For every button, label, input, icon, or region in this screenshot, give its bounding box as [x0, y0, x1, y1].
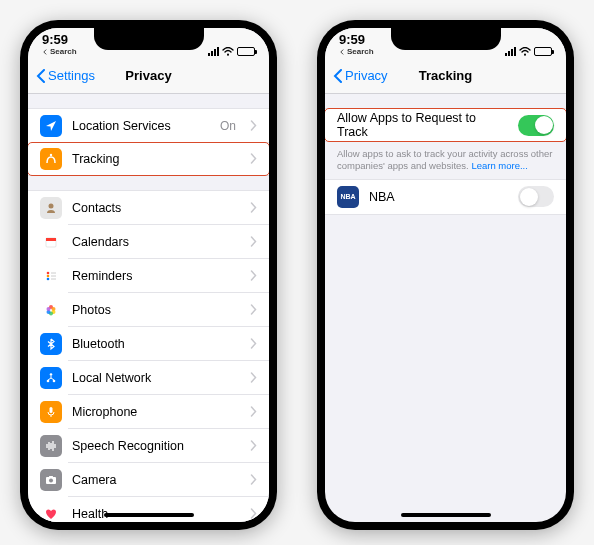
- wifi-icon: [519, 47, 531, 56]
- tracking-icon: [40, 148, 62, 170]
- row-label: Tracking: [72, 152, 240, 166]
- settings-row-bluetooth[interactable]: Bluetooth: [28, 327, 269, 361]
- svg-point-17: [50, 373, 53, 376]
- svg-point-22: [49, 479, 53, 483]
- svg-point-2: [49, 204, 54, 209]
- battery-icon: [534, 47, 552, 56]
- notch: [391, 28, 501, 50]
- row-label: Location Services: [72, 119, 210, 133]
- settings-row-microphone[interactable]: Microphone: [28, 395, 269, 429]
- chevron-right-icon: [250, 199, 257, 217]
- svg-point-7: [47, 278, 50, 281]
- back-label: Privacy: [345, 68, 388, 83]
- svg-point-19: [53, 380, 56, 383]
- svg-rect-23: [49, 476, 53, 478]
- back-button[interactable]: Settings: [36, 68, 95, 83]
- settings-row-contacts[interactable]: Contacts: [28, 191, 269, 225]
- status-time: 9:59: [339, 32, 365, 47]
- svg-point-6: [47, 275, 50, 278]
- svg-point-26: [524, 54, 526, 56]
- chevron-right-icon: [250, 150, 257, 168]
- settings-group-2: Contacts Calendars Reminders Photos Blue…: [28, 190, 269, 522]
- back-button[interactable]: Privacy: [333, 68, 388, 83]
- chevron-right-icon: [250, 335, 257, 353]
- page-title: Tracking: [419, 68, 472, 83]
- signal-icon: [208, 47, 219, 56]
- phone-right: 9:59 Search Privacy Tracking A: [317, 20, 574, 530]
- row-label: Camera: [72, 473, 240, 487]
- nba-toggle[interactable]: [518, 186, 554, 207]
- svg-point-18: [47, 380, 50, 383]
- row-label: Bluetooth: [72, 337, 240, 351]
- settings-row-health[interactable]: Health: [28, 497, 269, 522]
- health-icon: [40, 503, 62, 522]
- chevron-right-icon: [250, 403, 257, 421]
- home-indicator[interactable]: [401, 513, 491, 517]
- chevron-right-icon: [250, 233, 257, 251]
- row-label: Photos: [72, 303, 240, 317]
- reminders-icon: [40, 265, 62, 287]
- wifi-icon: [222, 47, 234, 56]
- signal-icon: [505, 47, 516, 56]
- chevron-right-icon: [250, 267, 257, 285]
- svg-point-1: [50, 154, 52, 156]
- back-label: Settings: [48, 68, 95, 83]
- row-label: Speech Recognition: [72, 439, 240, 453]
- microphone-icon: [40, 401, 62, 423]
- speech-recognition-icon: [40, 435, 62, 457]
- svg-point-5: [47, 272, 50, 275]
- local-network-icon: [40, 367, 62, 389]
- row-label: Reminders: [72, 269, 240, 283]
- content-scroll[interactable]: Location Services On Tracking Contacts C…: [28, 94, 269, 522]
- content-scroll[interactable]: Allow Apps to Request to Track Allow app…: [325, 94, 566, 522]
- app-label: NBA: [369, 190, 508, 204]
- photos-icon: [40, 299, 62, 321]
- settings-row-speech-recognition[interactable]: Speech Recognition: [28, 429, 269, 463]
- nav-bar: Privacy Tracking: [325, 58, 566, 94]
- app-row-nba[interactable]: NBA NBA: [325, 180, 566, 214]
- chevron-right-icon: [250, 505, 257, 522]
- status-search-back[interactable]: Search: [42, 47, 77, 56]
- bluetooth-icon: [40, 333, 62, 355]
- row-label: Microphone: [72, 405, 240, 419]
- page-title: Privacy: [125, 68, 171, 83]
- row-detail: On: [220, 119, 236, 133]
- allow-track-row[interactable]: Allow Apps to Request to Track: [325, 108, 566, 142]
- calendars-icon: [40, 231, 62, 253]
- chevron-right-icon: [250, 301, 257, 319]
- chevron-right-icon: [250, 369, 257, 387]
- row-label: Calendars: [72, 235, 240, 249]
- allow-group: Allow Apps to Request to Track: [325, 108, 566, 142]
- battery-icon: [237, 47, 255, 56]
- chevron-right-icon: [250, 437, 257, 455]
- contacts-icon: [40, 197, 62, 219]
- settings-row-location-services[interactable]: Location Services On: [28, 109, 269, 143]
- allow-track-toggle[interactable]: [518, 115, 554, 136]
- settings-row-reminders[interactable]: Reminders: [28, 259, 269, 293]
- svg-rect-20: [50, 407, 53, 413]
- home-indicator[interactable]: [104, 513, 194, 517]
- nba-icon: NBA: [337, 186, 359, 208]
- status-search-back[interactable]: Search: [339, 47, 374, 56]
- nav-bar: Settings Privacy: [28, 58, 269, 94]
- svg-point-0: [227, 54, 229, 56]
- settings-group-1: Location Services On Tracking: [28, 108, 269, 176]
- row-label: Contacts: [72, 201, 240, 215]
- location-services-icon: [40, 115, 62, 137]
- status-time: 9:59: [42, 32, 68, 47]
- settings-row-tracking[interactable]: Tracking: [28, 142, 269, 176]
- chevron-right-icon: [250, 117, 257, 135]
- learn-more-link[interactable]: Learn more...: [471, 160, 528, 171]
- apps-group: NBA NBA: [325, 179, 566, 215]
- notch: [94, 28, 204, 50]
- group-footer: Allow apps to ask to track your activity…: [325, 142, 566, 179]
- settings-row-local-network[interactable]: Local Network: [28, 361, 269, 395]
- row-label: Local Network: [72, 371, 240, 385]
- chevron-right-icon: [250, 471, 257, 489]
- svg-rect-4: [46, 238, 56, 241]
- allow-track-label: Allow Apps to Request to Track: [337, 111, 508, 139]
- settings-row-calendars[interactable]: Calendars: [28, 225, 269, 259]
- phone-left: 9:59 Search Settings Privacy Location Se: [20, 20, 277, 530]
- settings-row-camera[interactable]: Camera: [28, 463, 269, 497]
- settings-row-photos[interactable]: Photos: [28, 293, 269, 327]
